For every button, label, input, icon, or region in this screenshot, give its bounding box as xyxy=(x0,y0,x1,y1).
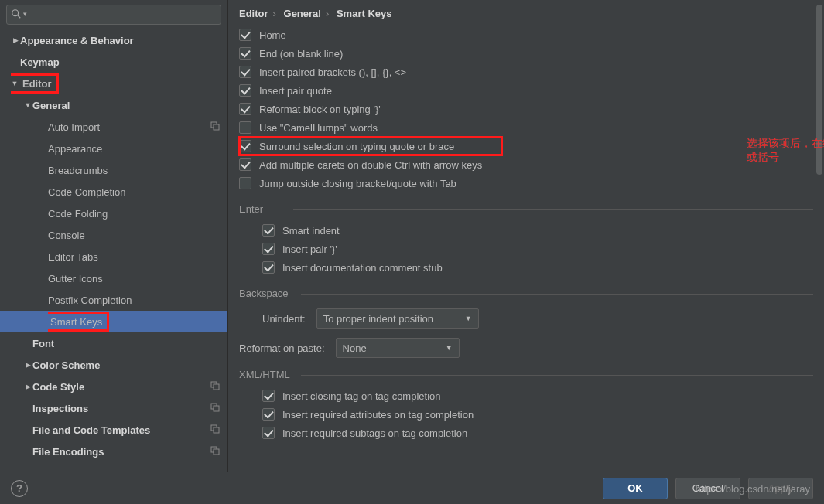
tree-arrow-right-icon[interactable]: ▶ xyxy=(23,361,32,369)
sidebar-item-label: Breadcrumbs xyxy=(48,165,221,176)
sidebar-item-smart-keys[interactable]: Smart Keys xyxy=(0,311,227,332)
sidebar-item-label: Console xyxy=(48,230,221,241)
dialog-footer: ? OK Cancel Apply xyxy=(0,472,824,504)
option-surround-selection-on-typing-quote-or-br[interactable]: Surround selection on typing quote or br… xyxy=(239,137,502,155)
checkbox[interactable] xyxy=(239,29,251,41)
checkbox[interactable] xyxy=(262,390,275,402)
settings-sidebar: ▾ ▶Appearance & BehaviorKeymap▼Editor▼Ge… xyxy=(0,0,228,472)
sidebar-item-general[interactable]: ▼General xyxy=(0,94,227,116)
sidebar-item-breadcrumbs[interactable]: Breadcrumbs xyxy=(0,159,227,181)
sidebar-item-label: Gutter Icons xyxy=(48,273,221,284)
checkbox[interactable] xyxy=(239,103,251,115)
checkbox[interactable] xyxy=(239,84,251,97)
checkbox[interactable] xyxy=(239,121,251,134)
sidebar-item-auto-import[interactable]: Auto Import xyxy=(0,116,227,138)
checkbox[interactable] xyxy=(262,224,275,237)
sidebar-item-code-completion[interactable]: Code Completion xyxy=(0,181,227,203)
option-label: Insert required subtags on tag completio… xyxy=(282,427,467,439)
tree-arrow-down-icon[interactable]: ▼ xyxy=(23,101,32,109)
help-icon[interactable]: ? xyxy=(11,480,28,497)
section-backspace: Backspace xyxy=(239,288,813,299)
sidebar-item-label: File and Code Templates xyxy=(32,424,210,436)
checkbox[interactable] xyxy=(262,261,275,274)
checkbox[interactable] xyxy=(239,66,251,78)
checkbox[interactable] xyxy=(239,177,251,189)
option-insert-pair-[interactable]: Insert pair '}' xyxy=(239,240,813,258)
option-label: Jump outside closing bracket/quote with … xyxy=(259,178,456,189)
sidebar-item-editor[interactable]: ▼Editor xyxy=(0,73,227,94)
sidebar-item-code-style[interactable]: ▶Code Style xyxy=(0,376,227,397)
option-label: Use "CamelHumps" words xyxy=(259,122,378,134)
option-use-camelhumps-words[interactable]: Use "CamelHumps" words xyxy=(239,118,813,137)
option-end-on-blank-line-[interactable]: End (on blank line) xyxy=(239,44,813,63)
checkbox[interactable] xyxy=(262,427,275,439)
sidebar-item-label: Font xyxy=(32,338,221,349)
project-scope-icon xyxy=(210,446,221,458)
checkbox[interactable] xyxy=(262,408,275,421)
sidebar-item-console[interactable]: Console xyxy=(0,224,227,246)
option-label: Surround selection on typing quote or br… xyxy=(259,141,454,152)
breadcrumb-a[interactable]: Editor xyxy=(239,8,268,19)
option-smart-indent[interactable]: Smart indent xyxy=(239,221,813,240)
sidebar-item-inspections[interactable]: Inspections xyxy=(0,397,227,419)
option-insert-pair-quote[interactable]: Insert pair quote xyxy=(239,81,813,100)
option-jump-outside-closing-bracket-quote-with-[interactable]: Jump outside closing bracket/quote with … xyxy=(239,174,813,192)
sidebar-item-code-folding[interactable]: Code Folding xyxy=(0,203,227,224)
sidebar-item-appearance-behavior[interactable]: ▶Appearance & Behavior xyxy=(0,29,227,51)
option-home[interactable]: Home xyxy=(239,26,813,44)
project-scope-icon xyxy=(210,403,221,414)
settings-content: Editor› General› Smart Keys HomeEnd (on … xyxy=(228,0,824,472)
sidebar-item-file-and-code-templates[interactable]: File and Code Templates xyxy=(0,419,227,441)
tree-arrow-down-icon[interactable]: ▼ xyxy=(11,80,19,87)
option-label: Insert documentation comment stub xyxy=(282,262,443,274)
sidebar-item-label: Appearance & Behavior xyxy=(20,35,221,46)
checkbox[interactable] xyxy=(262,243,275,255)
section-xmlhtml: XML/HTML xyxy=(239,369,813,380)
checkbox[interactable] xyxy=(239,158,251,171)
annotation-text: 选择该项后，在编辑时，先选择字符，然后单击单(双)引号，或括号 xyxy=(747,136,824,164)
breadcrumb-b[interactable]: General xyxy=(284,8,321,19)
tree-arrow-right-icon[interactable]: ▶ xyxy=(23,383,32,390)
ok-button[interactable]: OK xyxy=(603,478,668,499)
sidebar-item-file-encodings[interactable]: File Encodings xyxy=(0,441,227,462)
sidebar-item-postfix-completion[interactable]: Postfix Completion xyxy=(0,289,227,311)
option-label: Home xyxy=(259,29,286,41)
project-scope-icon xyxy=(210,424,221,436)
checkbox[interactable] xyxy=(239,47,251,60)
apply-button[interactable]: Apply xyxy=(748,478,813,499)
reformat-label: Reformat on paste: xyxy=(239,342,325,354)
sidebar-item-font[interactable]: Font xyxy=(0,332,227,354)
chevron-down-icon: ▼ xyxy=(446,344,453,352)
sidebar-item-editor-tabs[interactable]: Editor Tabs xyxy=(0,246,227,267)
unindent-label: Unindent: xyxy=(262,313,306,325)
checkbox[interactable] xyxy=(239,140,251,152)
sidebar-item-label: Code Style xyxy=(32,381,210,393)
sidebar-item-label: Editor Tabs xyxy=(48,251,221,263)
sidebar-item-label: General xyxy=(32,100,221,111)
cancel-button[interactable]: Cancel xyxy=(675,478,740,499)
option-insert-documentation-comment-stub[interactable]: Insert documentation comment stub xyxy=(239,258,813,277)
reformat-field: Reformat on paste:None▼ xyxy=(239,338,813,358)
option-insert-closing-tag-on-tag-completion[interactable]: Insert closing tag on tag completion xyxy=(239,387,813,405)
option-label: Add multiple carets on double Ctrl with … xyxy=(259,159,482,171)
option-add-multiple-carets-on-double-ctrl-with-[interactable]: Add multiple carets on double Ctrl with … xyxy=(239,155,813,174)
option-insert-required-subtags-on-tag-completio[interactable]: Insert required subtags on tag completio… xyxy=(239,424,813,442)
search-input[interactable] xyxy=(6,5,221,25)
settings-tree: ▶Appearance & BehaviorKeymap▼Editor▼Gene… xyxy=(0,29,227,472)
sidebar-item-appearance[interactable]: Appearance xyxy=(0,138,227,159)
search-dropdown-icon[interactable]: ▾ xyxy=(23,10,27,18)
sidebar-item-label: Postfix Completion xyxy=(48,295,221,306)
tree-arrow-right-icon[interactable]: ▶ xyxy=(11,36,20,44)
option-insert-required-attributes-on-tag-comple[interactable]: Insert required attributes on tag comple… xyxy=(239,405,813,424)
sidebar-item-keymap[interactable]: Keymap xyxy=(0,51,227,73)
reformat-select[interactable]: None▼ xyxy=(336,338,460,358)
option-insert-paired-brackets-[interactable]: Insert paired brackets (), [], {}, <> xyxy=(239,63,813,81)
unindent-select[interactable]: To proper indent position▼ xyxy=(316,308,479,329)
sidebar-item-color-scheme[interactable]: ▶Color Scheme xyxy=(0,354,227,376)
option-label: Insert paired brackets (), [], {}, <> xyxy=(259,66,406,78)
section-enter: Enter xyxy=(239,203,813,215)
sidebar-item-gutter-icons[interactable]: Gutter Icons xyxy=(0,267,227,289)
option-label: Reformat block on typing '}' xyxy=(259,104,381,115)
option-reformat-block-on-typing-[interactable]: Reformat block on typing '}' xyxy=(239,100,813,118)
option-label: Insert pair quote xyxy=(259,85,332,97)
